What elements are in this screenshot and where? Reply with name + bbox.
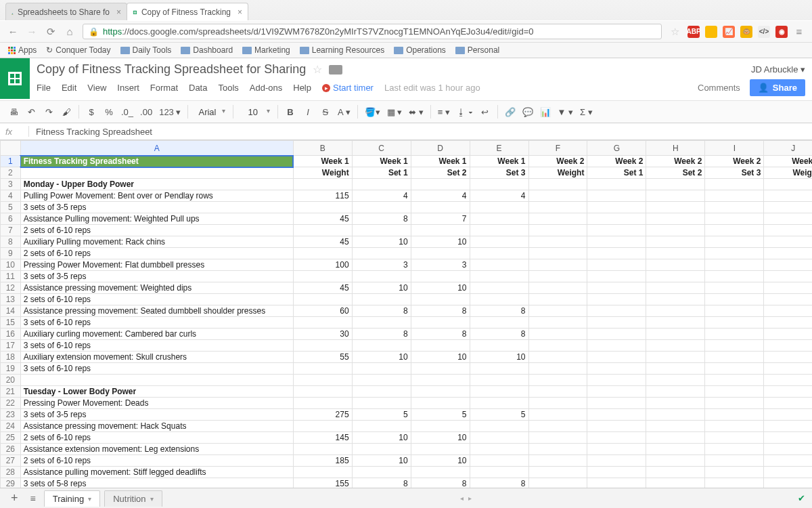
cell[interactable]: 5 — [352, 409, 411, 421]
cell[interactable] — [411, 467, 470, 478]
cell[interactable] — [528, 363, 587, 375]
cell[interactable] — [587, 352, 646, 363]
cell[interactable] — [293, 202, 352, 213]
select-all-corner[interactable] — [1, 141, 21, 156]
italic-icon[interactable]: I — [300, 104, 316, 120]
cell[interactable] — [764, 444, 812, 455]
row-header[interactable]: 5 — [1, 202, 21, 213]
cell[interactable]: 3 sets of 3-5 reps — [20, 271, 293, 282]
merge-cells-icon[interactable]: ⬌ ▾ — [406, 104, 426, 120]
cell[interactable] — [411, 317, 470, 329]
cell[interactable]: 4 — [352, 190, 411, 202]
cell[interactable] — [528, 271, 587, 282]
cell[interactable] — [764, 259, 812, 271]
cell[interactable] — [646, 236, 705, 248]
cell[interactable]: Pulling Power Movement: Bent over or Pen… — [20, 190, 293, 202]
cell[interactable]: Week 1 — [411, 156, 470, 167]
cell[interactable] — [764, 455, 812, 467]
cell[interactable]: 3 sets of 6-10 reps — [20, 363, 293, 375]
cell[interactable] — [764, 386, 812, 398]
cell[interactable]: Week 3 — [764, 156, 812, 167]
paint-format-icon[interactable]: 🖌 — [58, 104, 74, 120]
cell[interactable] — [411, 340, 470, 352]
row-header[interactable]: 29 — [1, 478, 21, 488]
chrome-menu-icon[interactable]: ≡ — [793, 26, 805, 37]
row-header[interactable]: 6 — [1, 213, 21, 225]
comments-button[interactable]: Comments — [698, 83, 740, 93]
last-edit-text[interactable]: Last edit was 1 hour ago — [384, 83, 480, 93]
cell[interactable] — [293, 248, 352, 259]
cell[interactable]: 2 sets of 6-10 reps — [20, 455, 293, 467]
cell[interactable] — [705, 259, 764, 271]
cell[interactable] — [705, 317, 764, 329]
abp-icon[interactable]: ABP — [687, 26, 700, 38]
cell[interactable] — [411, 386, 470, 398]
cell[interactable]: Auxiliary extension movement: Skull crus… — [20, 352, 293, 363]
reload-icon[interactable]: ⟳ — [45, 26, 57, 38]
cell[interactable] — [528, 305, 587, 317]
bookmark-item[interactable]: Learning Resources — [300, 45, 384, 55]
cell[interactable] — [646, 386, 705, 398]
borders-icon[interactable]: ▦ ▾ — [384, 104, 405, 120]
cell[interactable] — [646, 432, 705, 444]
cell[interactable] — [411, 294, 470, 305]
cell[interactable] — [411, 179, 470, 190]
cell[interactable]: 8 — [352, 329, 411, 340]
bookmark-star-icon[interactable]: ☆ — [669, 26, 681, 38]
row-header[interactable]: 9 — [1, 248, 21, 259]
cell[interactable] — [705, 282, 764, 294]
column-header[interactable]: E — [470, 141, 528, 156]
cell[interactable] — [764, 294, 812, 305]
menu-view[interactable]: View — [87, 83, 106, 93]
functions-icon[interactable]: Σ ▾ — [577, 104, 595, 120]
cell[interactable]: 10 — [352, 352, 411, 363]
cell[interactable] — [646, 375, 705, 386]
cell[interactable] — [470, 259, 528, 271]
insert-comment-icon[interactable]: 💬 — [520, 104, 536, 120]
cell[interactable]: 45 — [293, 236, 352, 248]
cell[interactable] — [20, 167, 293, 179]
cell[interactable]: 10 — [352, 236, 411, 248]
browser-tab[interactable]: Copy of Fitness Tracking × — [127, 3, 248, 20]
column-header[interactable]: G — [587, 141, 646, 156]
star-icon[interactable]: ☆ — [313, 63, 322, 76]
doc-title[interactable]: Copy of Fitness Tracking Spreadsheet for… — [37, 62, 306, 77]
column-header[interactable]: C — [352, 141, 411, 156]
row-header[interactable]: 23 — [1, 409, 21, 421]
cell[interactable]: Monday - Upper Body Power — [20, 179, 293, 190]
cell[interactable] — [587, 455, 646, 467]
cell[interactable] — [705, 294, 764, 305]
cell[interactable] — [411, 398, 470, 409]
cell[interactable] — [528, 375, 587, 386]
cell[interactable] — [587, 421, 646, 432]
cell[interactable]: 10 — [411, 352, 470, 363]
increase-decimal-icon[interactable]: .00 — [137, 104, 155, 120]
cell[interactable]: Week 2 — [528, 156, 587, 167]
cell[interactable] — [528, 259, 587, 271]
cell[interactable] — [352, 179, 411, 190]
cell[interactable] — [764, 363, 812, 375]
cell[interactable] — [293, 467, 352, 478]
cell[interactable] — [528, 202, 587, 213]
ext-icon[interactable] — [705, 26, 717, 38]
move-folder-icon[interactable] — [329, 65, 342, 75]
cell[interactable] — [705, 398, 764, 409]
cell[interactable] — [705, 190, 764, 202]
cell[interactable]: Assistance extension movement: Leg exten… — [20, 444, 293, 455]
cell[interactable] — [764, 478, 812, 488]
cell[interactable] — [587, 271, 646, 282]
cell[interactable] — [705, 455, 764, 467]
cell[interactable] — [764, 352, 812, 363]
ext-icon[interactable]: ◉ — [775, 26, 788, 38]
cell[interactable]: 100 — [293, 259, 352, 271]
cell[interactable] — [705, 305, 764, 317]
cell[interactable]: 2 sets of 6-10 reps — [20, 225, 293, 236]
cell[interactable]: 8 — [411, 329, 470, 340]
cell[interactable]: 10 — [352, 282, 411, 294]
menu-help[interactable]: Help — [293, 83, 311, 93]
formula-input[interactable]: Fitness Tracking Spreadsheet — [36, 127, 807, 137]
column-header[interactable]: F — [528, 141, 587, 156]
cell[interactable]: Weight — [293, 167, 352, 179]
menu-tools[interactable]: Tools — [218, 83, 238, 93]
column-header[interactable]: H — [646, 141, 705, 156]
